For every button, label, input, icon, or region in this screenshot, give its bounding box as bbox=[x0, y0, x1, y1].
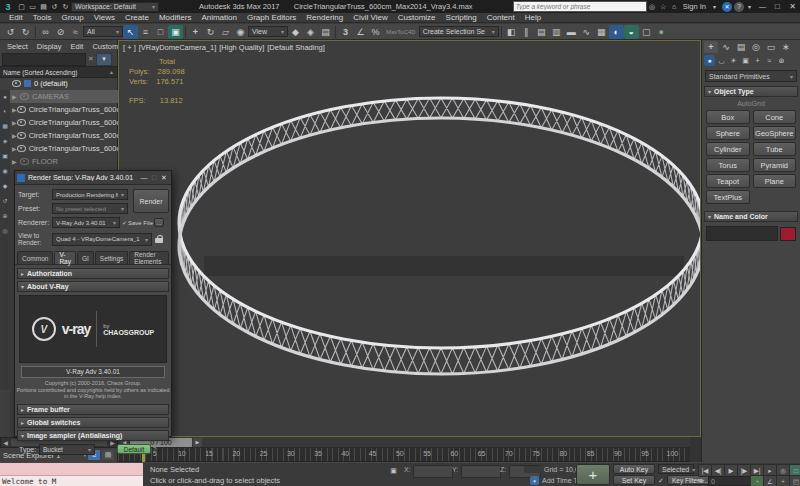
select-and-manipulate-icon[interactable]: ◈ bbox=[303, 25, 318, 39]
maximize-viewport-toggle-icon[interactable]: ◰ bbox=[789, 475, 800, 486]
scene-explorer-menu[interactable]: Select bbox=[7, 42, 28, 51]
menu-item[interactable]: Customize bbox=[393, 13, 441, 22]
align-icon[interactable]: ∥ bbox=[519, 25, 534, 39]
open-file-icon[interactable]: ▭ bbox=[27, 1, 38, 12]
field-of-view-icon[interactable]: ∠ bbox=[763, 475, 777, 486]
render-dialog-tab[interactable]: Common bbox=[17, 251, 53, 264]
reference-coordinate-dropdown[interactable]: View bbox=[248, 26, 288, 37]
render-setup-icon[interactable]: ◒ bbox=[624, 25, 639, 39]
save-file-icon[interactable]: ▤ bbox=[38, 1, 49, 12]
category-cameras-icon[interactable]: ▣ bbox=[740, 55, 751, 66]
rollout-object-type[interactable]: ▾ Object Type bbox=[704, 86, 798, 97]
visibility-eye-icon[interactable] bbox=[17, 119, 26, 126]
viewport-camera-label[interactable]: [VRayDomeCamera_1] bbox=[139, 43, 217, 52]
create-selection-set-dropdown[interactable]: Create Selection Se bbox=[419, 26, 499, 37]
time-tag-icon[interactable]: ▾ bbox=[530, 476, 539, 485]
key-filter-icon[interactable]: ✓ bbox=[656, 475, 666, 486]
object-color-swatch[interactable] bbox=[780, 227, 796, 241]
tab-hierarchy-icon[interactable]: ▤ bbox=[734, 41, 748, 53]
object-type-button[interactable]: Pyramid bbox=[753, 158, 797, 172]
window-crossing-icon[interactable]: ▣ bbox=[168, 25, 183, 39]
keyboard-override-icon[interactable]: ▤ bbox=[318, 25, 333, 39]
explorer-tool-icon[interactable]: ◈ bbox=[3, 137, 8, 144]
rollout-about-vray[interactable]: ▾ About V-Ray bbox=[17, 281, 169, 292]
rollout-frame-buffer[interactable]: ▸ Frame buffer bbox=[17, 404, 169, 415]
help-icon[interactable]: ? bbox=[734, 2, 744, 12]
list-item-truss-4[interactable]: ▶ CircleTriangularTruss_600cm_4 bbox=[10, 142, 118, 155]
explorer-tool-icon[interactable]: ▣ bbox=[2, 152, 8, 159]
dialog-titlebar[interactable]: Render Setup: V-Ray Adv 3.40.01 — □ ✕ bbox=[15, 171, 171, 185]
object-type-button[interactable]: Teapot bbox=[706, 174, 750, 188]
sampler-help-icon[interactable]: ? bbox=[153, 446, 156, 452]
select-by-name-icon[interactable]: ≡ bbox=[138, 25, 153, 39]
dialog-maximize-icon[interactable]: □ bbox=[149, 174, 159, 181]
undo-icon[interactable]: ↺ bbox=[3, 25, 18, 39]
object-type-button[interactable]: Cylinder bbox=[706, 142, 750, 156]
menu-item[interactable]: Rendering bbox=[301, 13, 348, 22]
viewport-menu-plus[interactable]: [ + ] bbox=[123, 43, 136, 52]
listener-text-row[interactable]: Welcome to M bbox=[0, 476, 143, 486]
mirror-icon[interactable]: ◧ bbox=[504, 25, 519, 39]
select-and-link-icon[interactable]: ∞ bbox=[38, 25, 53, 39]
object-type-button[interactable]: GeoSphere bbox=[753, 126, 797, 140]
x-coord-field[interactable] bbox=[413, 465, 453, 478]
category-lights-icon[interactable]: ☀ bbox=[728, 55, 739, 66]
save-file-browse-button[interactable]: ... bbox=[154, 218, 164, 227]
render-dialog-tab[interactable]: GI bbox=[77, 251, 94, 264]
list-item-default-layer[interactable]: 0 (default) bbox=[10, 77, 118, 90]
object-name-field[interactable] bbox=[706, 226, 778, 241]
sign-in-caret-icon[interactable]: ▾ bbox=[709, 1, 720, 12]
undo-quick-icon[interactable]: ↺ bbox=[49, 1, 60, 12]
dialog-minimize-icon[interactable]: — bbox=[139, 174, 149, 181]
visibility-eye-icon[interactable] bbox=[12, 80, 21, 87]
render-production-icon[interactable]: ● bbox=[654, 25, 669, 39]
object-type-button[interactable]: Plane bbox=[753, 174, 797, 188]
visibility-eye-icon[interactable] bbox=[20, 93, 29, 100]
rollout-global-switches[interactable]: ▸ Global switches bbox=[17, 417, 169, 428]
menu-item[interactable]: Tools bbox=[28, 13, 57, 22]
minimize-button[interactable]: — bbox=[755, 0, 770, 14]
set-key-button[interactable]: Set Key bbox=[613, 475, 655, 485]
maximize-button[interactable]: □ bbox=[770, 0, 785, 14]
clear-search-icon[interactable]: ✕ bbox=[86, 55, 96, 63]
expand-arrow-icon[interactable]: ▶ bbox=[12, 93, 20, 100]
menu-item[interactable]: Help bbox=[520, 13, 546, 22]
y-coord-field[interactable] bbox=[461, 465, 501, 478]
visibility-eye-icon[interactable] bbox=[17, 145, 26, 152]
time-config-icon[interactable]: ◔ bbox=[750, 475, 764, 486]
bind-to-spacewarp-icon[interactable]: ≈ bbox=[68, 25, 83, 39]
select-object-icon[interactable]: ↖ bbox=[123, 25, 138, 39]
list-item-truss-2[interactable]: ▶ CircleTriangularTruss_600cm_2 bbox=[10, 116, 118, 129]
frame-number-field[interactable] bbox=[708, 476, 752, 486]
scene-explorer-search-input[interactable] bbox=[2, 53, 86, 66]
save-file-label[interactable]: Save File bbox=[128, 220, 153, 226]
rollout-name-and-color[interactable]: ▾ Name and Color bbox=[704, 211, 798, 222]
visibility-eye-icon[interactable] bbox=[20, 158, 29, 165]
render-dialog-tab[interactable]: Settings bbox=[95, 251, 129, 264]
menu-item[interactable]: Graph Editors bbox=[242, 13, 301, 22]
new-file-icon[interactable]: ▢ bbox=[16, 1, 27, 12]
object-type-button[interactable]: Tube bbox=[753, 142, 797, 156]
select-and-rotate-icon[interactable]: ↻ bbox=[203, 25, 218, 39]
redo-icon[interactable]: ↻ bbox=[18, 25, 33, 39]
sampler-type-dropdown[interactable]: Bucket bbox=[39, 444, 95, 455]
scene-explorer-menu[interactable]: Edit bbox=[70, 42, 83, 51]
pan-icon[interactable]: + bbox=[776, 475, 790, 486]
redo-quick-icon[interactable]: ↻ bbox=[60, 1, 71, 12]
listener-pink-row[interactable] bbox=[0, 463, 143, 476]
explorer-tool-icon[interactable]: ▦ bbox=[2, 122, 8, 129]
rollout-image-sampler[interactable]: ▾ Image sampler (Antialiasing) bbox=[17, 430, 169, 441]
home-icon[interactable]: ⌂ bbox=[669, 1, 680, 12]
select-and-move-icon[interactable]: + bbox=[188, 25, 203, 39]
scene-explorer-toggle-icon[interactable]: ▥ bbox=[549, 25, 564, 39]
tab-display-icon[interactable]: ▭ bbox=[764, 41, 778, 53]
expand-arrow-icon[interactable]: ▶ bbox=[12, 132, 17, 139]
lock-view-icon[interactable] bbox=[155, 235, 164, 243]
select-and-scale-icon[interactable]: ▱ bbox=[218, 25, 233, 39]
render-dialog-tab[interactable]: Render Elements bbox=[129, 251, 169, 264]
list-item-cameras[interactable]: ▶ CAMERAS bbox=[10, 90, 118, 103]
category-systems-icon[interactable]: ⊛ bbox=[776, 55, 787, 66]
search-icon[interactable]: ◎ bbox=[647, 1, 658, 12]
select-and-place-icon[interactable]: ◉ bbox=[233, 25, 248, 39]
autodesk-x-icon[interactable]: ✕ bbox=[722, 2, 732, 12]
